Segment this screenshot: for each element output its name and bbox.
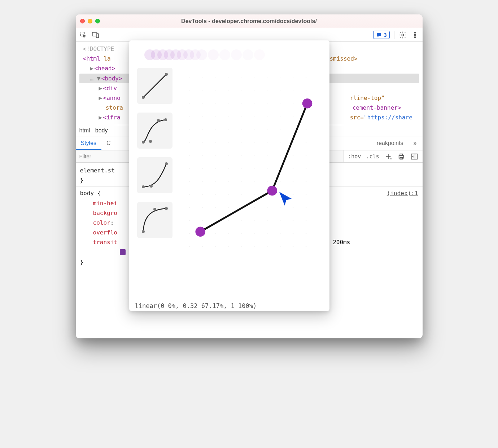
rule-source-link[interactable]: (index):1 (387, 188, 418, 198)
gear-icon[interactable] (399, 31, 407, 39)
prop-transition[interactable]: transit (93, 239, 117, 246)
prop-background[interactable]: backgro (93, 210, 117, 216)
easing-curve[interactable] (179, 68, 322, 253)
svg-point-15 (142, 141, 145, 144)
preset-ease-in-out[interactable] (137, 113, 172, 149)
easing-curve-editor[interactable] (179, 68, 322, 255)
svg-line-12 (143, 74, 166, 97)
svg-point-24 (153, 208, 156, 211)
print-icon[interactable] (397, 153, 405, 161)
devtools-toolbar: 3 (76, 28, 423, 42)
breadcrumb-html[interactable]: html (79, 127, 90, 134)
window-title: DevTools - developer.chrome.com/docs/dev… (76, 18, 423, 25)
curve-point-1[interactable] (267, 186, 277, 196)
divider (104, 31, 104, 39)
cls-toggle[interactable]: .cls (366, 153, 379, 160)
easing-swatch-icon[interactable] (120, 249, 126, 255)
svg-point-21 (150, 185, 153, 188)
svg-point-6 (414, 36, 415, 38)
rule-2-selector[interactable]: body (80, 190, 94, 197)
svg-point-4 (414, 32, 415, 33)
traffic-lights (80, 19, 100, 23)
curve-point-2[interactable] (302, 98, 312, 109)
svg-point-20 (165, 162, 168, 165)
hov-toggle[interactable]: :hov (348, 153, 361, 160)
issues-count: 3 (384, 32, 386, 38)
tab-breakpoints-partial[interactable]: reakpoints (372, 136, 409, 150)
svg-point-23 (165, 207, 168, 210)
zoom-window-button[interactable] (95, 19, 100, 23)
issues-badge[interactable]: 3 (373, 31, 389, 39)
new-rule-icon[interactable] (384, 153, 392, 161)
svg-rect-8 (400, 154, 402, 155)
cursor-arrow-icon (277, 190, 294, 207)
curve-line (200, 104, 307, 232)
svg-point-14 (165, 73, 168, 76)
svg-point-13 (142, 96, 145, 99)
svg-point-18 (157, 119, 160, 122)
easing-presets (137, 68, 172, 255)
svg-point-22 (142, 230, 145, 233)
svg-point-5 (414, 34, 415, 35)
titlebar: DevTools - developer.chrome.com/docs/dev… (76, 14, 423, 28)
prop-overflow[interactable]: overflo (93, 229, 117, 236)
prop-color[interactable]: color (93, 219, 110, 226)
inspect-icon[interactable] (79, 31, 87, 39)
preset-linear[interactable] (137, 68, 172, 104)
breadcrumb-body[interactable]: body (95, 127, 108, 134)
animation-preview (137, 48, 322, 61)
svg-point-17 (149, 140, 152, 143)
tab-computed-partial[interactable]: C (101, 136, 116, 150)
rule-1-selector[interactable]: element.st (80, 167, 115, 174)
easing-text-value[interactable]: linear(0 0%, 0.32 67.17%, 1 100%) (129, 302, 329, 309)
svg-rect-2 (96, 34, 98, 38)
minimize-window-button[interactable] (88, 19, 92, 23)
svg-point-3 (402, 34, 404, 36)
preset-ease-out[interactable] (137, 202, 172, 238)
close-window-button[interactable] (80, 19, 85, 23)
devtools-window: DevTools - developer.chrome.com/docs/dev… (76, 14, 423, 338)
divider (394, 31, 394, 39)
svg-point-19 (142, 185, 145, 188)
tab-styles[interactable]: Styles (76, 136, 102, 150)
prop-min-height[interactable]: min-hei (93, 200, 117, 207)
easing-editor-popover[interactable]: linear(0 0%, 0.32 67.17%, 1 100%) (129, 40, 329, 311)
preset-ease-in[interactable] (137, 157, 172, 193)
tabbar-overflow-icon[interactable]: » (409, 136, 423, 150)
device-toggle-icon[interactable] (92, 31, 100, 39)
sidebar-toggle-icon[interactable] (410, 153, 418, 161)
svg-point-16 (164, 118, 167, 121)
more-icon[interactable] (411, 31, 419, 39)
curve-point-0[interactable] (195, 227, 205, 237)
